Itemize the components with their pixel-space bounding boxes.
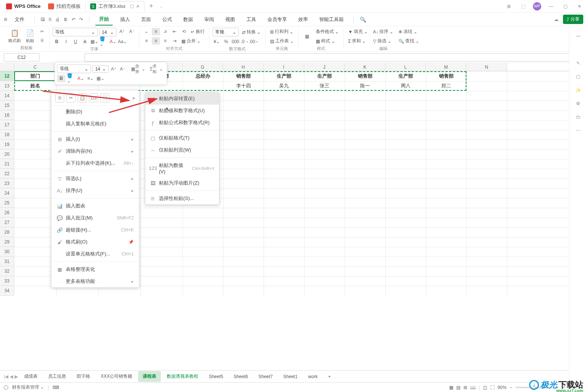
ctx-more[interactable]: 更多表格功能▸ — [51, 275, 139, 287]
app-grid-icon[interactable]: ⊞ — [504, 2, 513, 11]
zoom-value[interactable]: 90% — [498, 385, 507, 390]
sheet-tab[interactable]: Sheet1 — [279, 372, 302, 381]
format-painter-button[interactable]: 📋格式刷 — [7, 28, 22, 44]
align-center-icon[interactable]: ≡ — [152, 37, 160, 45]
tab-page[interactable]: 页面 — [137, 14, 155, 25]
zoom-out-icon[interactable]: − — [510, 385, 512, 390]
save-icon[interactable]: 🖫 — [41, 17, 45, 22]
sub-as-float-img[interactable]: 🖼粘贴为浮动图片(Z) — [145, 177, 219, 189]
sort-button[interactable]: A↓排序⌄ — [371, 28, 395, 36]
percent-icon[interactable]: % — [222, 38, 230, 45]
col-header[interactable]: I — [264, 63, 304, 71]
menu-hamburger-icon[interactable]: ≡ — [4, 16, 7, 23]
mini-bold-icon[interactable]: B — [57, 75, 65, 82]
share-button[interactable]: ⤴ 分享 — [563, 15, 583, 24]
decimal-dec-icon[interactable]: .00← — [250, 38, 258, 45]
font-size-select[interactable]: 14⌄ — [99, 28, 116, 36]
sheet-tab[interactable]: XXX公司销售额 — [96, 371, 137, 382]
ctx-filter[interactable]: ▽筛选(L)▸ — [51, 173, 139, 185]
row-header[interactable]: 26 — [0, 208, 14, 218]
mini-size-select[interactable]: 14⌄ — [92, 65, 108, 73]
view-reader-icon[interactable]: 📖 — [470, 385, 476, 390]
wrap-text-button[interactable]: ↵换行 — [189, 28, 206, 36]
view-fullscreen-icon[interactable]: ⛶ — [490, 385, 495, 390]
redo-icon[interactable]: ↷ — [79, 17, 83, 22]
row-header[interactable]: 22 — [0, 169, 14, 179]
sheet-tab[interactable]: 成绩表 — [20, 371, 42, 382]
sheet-tab[interactable]: Sheet5 — [204, 372, 228, 381]
format-table-icon[interactable]: ▦ — [302, 32, 312, 41]
comma-icon[interactable]: 000 — [231, 38, 240, 45]
row-header[interactable]: 29 — [0, 237, 14, 247]
cond-format-button[interactable]: 条件格式⌄ — [314, 28, 340, 36]
cell[interactable]: 李十四 — [223, 81, 264, 91]
app-cube-icon[interactable]: ⬚ — [519, 2, 528, 11]
indent-decrease-icon[interactable]: ⇤ — [171, 28, 179, 35]
mini-fontcolor-icon[interactable]: A⌄ — [77, 75, 85, 82]
sub-colwidth-only[interactable]: ↔仅粘贴列宽(W) — [145, 144, 219, 156]
window-minimize-icon[interactable]: — — [546, 2, 555, 11]
export-icon[interactable]: ⎘ — [49, 17, 51, 22]
sheet-tab[interactable]: 田字格 — [72, 371, 95, 382]
worksheet-button[interactable]: ▤工作表⌄ — [269, 37, 295, 45]
row-header[interactable]: 21 — [0, 159, 14, 169]
filter-button[interactable]: ▽筛选⌄ — [371, 37, 395, 45]
tab-formula[interactable]: 公式 — [158, 14, 176, 25]
side-prop-icon[interactable]: ▢ — [575, 73, 582, 80]
sub-format-only[interactable]: ▢仅粘贴格式(T) — [145, 132, 219, 144]
row-header[interactable]: 12 — [0, 71, 14, 81]
side-more-icon[interactable]: ⋯ — [575, 127, 582, 134]
tab-close-icon[interactable]: ✕ — [136, 4, 140, 9]
rowcol-button[interactable]: ⊞行和列⌄ — [269, 28, 295, 36]
sheet-tab[interactable]: work — [303, 372, 322, 381]
row-header[interactable]: 18 — [0, 130, 14, 140]
row-header[interactable]: 19 — [0, 140, 14, 149]
status-keyboard-icon[interactable]: ⌨ — [53, 385, 59, 390]
col-header[interactable]: H — [223, 63, 264, 71]
row-header[interactable]: 28 — [0, 227, 14, 237]
cell[interactable]: 郑二 — [426, 81, 466, 91]
align-middle-icon[interactable]: ≡ — [152, 28, 160, 35]
col-header[interactable]: K — [345, 63, 385, 71]
cell[interactable]: 销售部 — [223, 71, 264, 81]
increase-font-icon[interactable]: A⁺ — [118, 28, 126, 35]
side-settings-icon[interactable]: ⚙ — [575, 100, 582, 107]
sheet-tab[interactable]: Sheet7 — [254, 372, 277, 381]
ctx-from-list[interactable]: 从下拉列表中选择(K)...Alt+↓ — [51, 157, 139, 169]
font-family-select[interactable]: 等线⌄ — [53, 28, 98, 36]
ctx-insert-comment[interactable]: 💬插入批注(M)Shift+F2 — [51, 212, 139, 224]
row-header[interactable]: 17 — [0, 120, 14, 130]
formula-bar[interactable] — [85, 53, 583, 62]
decimal-inc-icon[interactable]: .0→ — [241, 38, 249, 45]
mini-merge-button[interactable]: ▦合并⌄ — [130, 65, 147, 73]
convert-button[interactable]: ⇄转换⌄ — [240, 28, 262, 36]
status-left-text[interactable]: 财务报表管理 ⌄ — [12, 384, 44, 390]
file-menu[interactable]: 文件 — [11, 14, 28, 25]
sheet-tab[interactable]: 课程表 — [138, 371, 161, 382]
tab-start[interactable]: 开始 — [95, 14, 113, 26]
ctx-insert-copied[interactable]: 插入复制单元格(E) — [51, 118, 139, 130]
cell[interactable]: 生产部 — [385, 71, 426, 81]
tab-member[interactable]: 会员专享 — [264, 14, 291, 25]
row-header[interactable]: 13 — [0, 81, 14, 91]
decrease-font-icon[interactable]: A⁻ — [128, 28, 136, 35]
cell[interactable] — [183, 81, 223, 91]
orientation-icon[interactable]: ⟲ — [180, 28, 188, 35]
align-left-icon[interactable]: ≡ — [142, 37, 151, 45]
cell[interactable]: 张三 — [304, 81, 345, 91]
tab-review[interactable]: 审阅 — [201, 14, 218, 25]
mini-font-select[interactable]: 等线⌄ — [57, 65, 91, 73]
underline-icon[interactable]: U — [71, 38, 80, 45]
sum-button[interactable]: Σ求和⌄ — [347, 37, 369, 45]
mini-inc-font-icon[interactable]: A⁺ — [110, 65, 118, 73]
cell[interactable]: 周八 — [385, 81, 426, 91]
fill-color-icon[interactable]: 🪣⌄ — [100, 38, 108, 45]
freeze-button[interactable]: ❄冻结⌄ — [397, 28, 421, 36]
find-button[interactable]: 🔍查找⌄ — [397, 37, 421, 45]
mini-dec-font-icon[interactable]: A⁻ — [119, 65, 126, 73]
sub-paste-special[interactable]: ⎘选择性粘贴(S)... — [145, 192, 219, 204]
border-icon[interactable]: ▦⌄ — [90, 38, 98, 45]
row-header[interactable]: 24 — [0, 188, 14, 198]
copy-icon[interactable]: ⎘ — [38, 37, 46, 44]
sheet-nav-prev-icon[interactable]: ◀ — [10, 374, 13, 379]
